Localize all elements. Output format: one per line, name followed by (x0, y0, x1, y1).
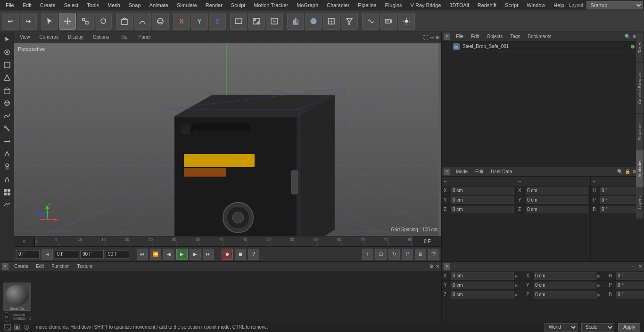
anim-rotate2-btn[interactable]: ↻ (388, 249, 400, 260)
menu-help[interactable]: Help (550, 1, 568, 9)
deform-button[interactable] (362, 13, 379, 30)
render-to-picture-viewer[interactable] (248, 13, 265, 30)
x-axis-button[interactable]: X (173, 13, 190, 30)
menu-window[interactable]: Window (523, 1, 549, 9)
sidebar-point-select[interactable] (1, 72, 13, 83)
anim-play-btn[interactable]: ▶ (176, 249, 188, 260)
attr-rx-input[interactable] (526, 187, 588, 194)
selection-filter[interactable] (341, 13, 358, 30)
attr-user-data-btn[interactable]: User Data (489, 169, 514, 175)
menu-sculpt[interactable]: Sculpt (227, 1, 249, 9)
viewport-icon-expand[interactable]: ⛶ (423, 35, 428, 40)
undo-button[interactable]: ↩ (2, 13, 19, 30)
sidebar-poly-select[interactable] (1, 47, 13, 58)
anim-current-frame-input[interactable] (55, 250, 78, 259)
menu-simulate[interactable]: Simulate (173, 1, 201, 9)
obj-mgr-file-btn[interactable]: File (454, 33, 465, 40)
vert-tab-structure[interactable]: Structure (636, 113, 644, 150)
cube-mode-button[interactable] (287, 13, 304, 30)
coord-x-rot-input[interactable] (534, 272, 596, 280)
environment-button[interactable] (152, 13, 169, 30)
sidebar-move-icon[interactable] (1, 34, 13, 45)
anim-end-frame2-input[interactable] (106, 250, 129, 259)
menu-character[interactable]: Character (323, 1, 353, 9)
tab-view[interactable]: View (16, 33, 34, 41)
menu-redshift[interactable]: Redshift (474, 1, 500, 9)
sidebar-paint-icon[interactable] (1, 161, 13, 172)
coord-p-rot-input[interactable] (616, 282, 644, 289)
anim-goto-end-btn[interactable]: ⏭ (203, 249, 214, 260)
menu-vray[interactable]: V-Ray Bridge (407, 1, 445, 9)
mat-close-icon[interactable]: ✕ (436, 264, 439, 269)
anim-param-btn[interactable]: P (402, 249, 413, 260)
anim-help-btn[interactable]: ? (248, 249, 259, 260)
attr-lock-icon[interactable]: 🔒 (625, 169, 630, 174)
sidebar-sculpt2-icon[interactable] (1, 199, 13, 211)
select-live-button[interactable] (41, 13, 58, 30)
vert-tab-takes[interactable]: Takes (636, 32, 644, 63)
sidebar-edge-select[interactable] (1, 59, 13, 71)
sidebar-bend-icon[interactable] (1, 148, 13, 160)
anim-prev-key-btn[interactable]: ◀ (163, 249, 174, 260)
object-row-safe[interactable]: Steel_Drop_Safe_001 (442, 41, 644, 52)
coord-x-pos-input[interactable] (451, 272, 514, 280)
texture-mode-button[interactable] (305, 13, 322, 30)
light-button[interactable] (398, 13, 415, 30)
wireframe-mode-button[interactable] (323, 13, 340, 30)
sidebar-knife-icon[interactable] (1, 123, 13, 134)
sidebar-texture-icon[interactable] (1, 97, 13, 109)
timeline-ruler[interactable]: 0 5 10 15 20 25 30 35 40 (35, 236, 413, 246)
sidebar-line-icon[interactable] (1, 136, 13, 147)
viewport-icon-grid[interactable]: ⊞ (436, 35, 439, 40)
menu-mograph[interactable]: MoGraph (293, 1, 322, 9)
obj-mgr-edit-btn[interactable]: Edit (469, 33, 481, 40)
menu-edit[interactable]: Edit (19, 1, 35, 9)
sidebar-hair-icon[interactable] (1, 174, 13, 185)
layout-dropdown[interactable]: Startup Standard (586, 1, 643, 9)
camera-button[interactable] (380, 13, 397, 30)
menu-create[interactable]: Create (36, 1, 59, 9)
anim-next-key-btn[interactable]: ▶ (190, 249, 201, 260)
mat-settings-icon[interactable]: ⚙ (429, 264, 434, 269)
menu-snap[interactable]: Snap (125, 1, 145, 9)
coord-h-rot-input[interactable] (616, 272, 644, 280)
coord-z-rot-input[interactable] (534, 291, 596, 299)
menu-animate[interactable]: Animate (146, 1, 172, 9)
attr-ry-input[interactable] (526, 196, 588, 204)
redo-button[interactable]: ↪ (20, 13, 37, 30)
anim-prev-frame-btn[interactable]: ⏪ (150, 249, 161, 260)
obj-mgr-bookmarks-btn[interactable]: Bookmarks (526, 33, 553, 40)
anim-stop-btn[interactable]: ⏹ (235, 249, 246, 260)
obj-mgr-search-icon[interactable]: 🔍 (625, 34, 630, 39)
rotate-button[interactable] (95, 13, 112, 30)
tab-panel[interactable]: Panel (135, 33, 155, 41)
sidebar-object-select[interactable] (1, 85, 13, 96)
move-button[interactable] (59, 13, 76, 30)
menu-plugins[interactable]: Plugins (381, 1, 405, 9)
attr-search-icon[interactable]: 🔍 (617, 169, 623, 174)
attr-rz-input[interactable] (526, 206, 588, 213)
mat-texture-btn[interactable]: Texture (75, 263, 95, 269)
vert-tab-content-browser[interactable]: Content Browser (636, 63, 644, 113)
tab-display[interactable]: Display (64, 33, 87, 41)
render-active-view[interactable] (266, 13, 283, 30)
apply-button[interactable]: Apply (618, 323, 640, 332)
status-icon-3[interactable] (23, 324, 30, 331)
obj-dot-visible[interactable] (631, 45, 635, 49)
status-scale-dropdown[interactable]: Scale Move Rotate (581, 323, 614, 332)
status-icon-1[interactable] (4, 324, 11, 331)
obj-mgr-objects-btn[interactable]: Objects (485, 33, 504, 40)
menu-mesh[interactable]: Mesh (104, 1, 124, 9)
menu-3dtoall[interactable]: 3DTOAll (446, 1, 472, 9)
menu-tools[interactable]: Tools (83, 1, 103, 9)
3d-viewport[interactable]: Perspective Grid Spacing : 100 cm Y X Z (14, 43, 441, 236)
coord-close-icon[interactable]: ✕ (638, 264, 642, 269)
menu-render[interactable]: Render (202, 1, 226, 9)
status-icon-2[interactable] (13, 324, 21, 331)
coord-y-pos-input[interactable] (451, 282, 514, 289)
object-button[interactable] (116, 13, 133, 30)
menu-select[interactable]: Select (60, 1, 83, 9)
anim-start-frame-input[interactable] (16, 250, 40, 259)
tab-options[interactable]: Options (89, 33, 113, 41)
z-axis-button[interactable]: Z (209, 13, 226, 30)
